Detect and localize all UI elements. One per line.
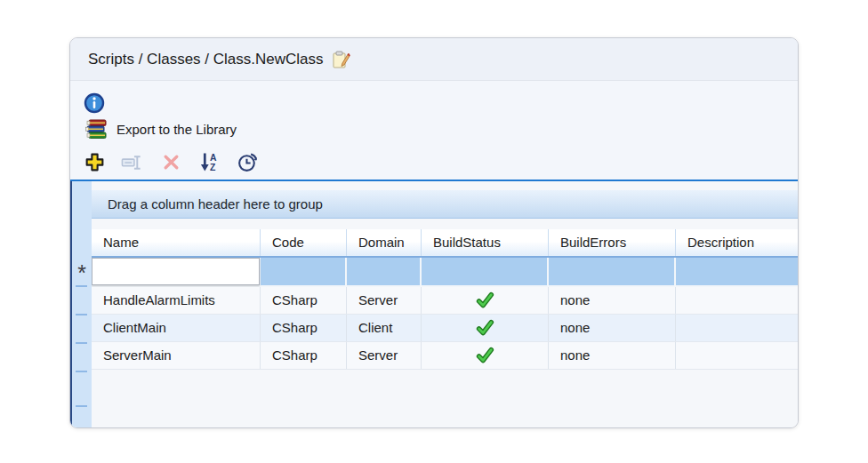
row-separator-dash <box>76 342 87 344</box>
column-header-builderrors[interactable]: BuildErrors <box>549 229 676 256</box>
delete-button[interactable] <box>159 150 182 173</box>
column-header-name[interactable]: Name <box>92 229 261 256</box>
cell-build-errors: none <box>549 342 676 369</box>
grid-empty-area <box>92 370 798 427</box>
info-icon <box>84 92 798 114</box>
svg-text:A: A <box>210 152 217 162</box>
rename-button[interactable] <box>121 150 144 173</box>
table-row[interactable]: HandleAlarmLimits CSharp Server none <box>92 287 798 315</box>
grid-main: Drag a column header here to group Name … <box>92 181 798 427</box>
new-row-marker: * <box>72 259 92 284</box>
new-row-cell[interactable] <box>347 258 422 285</box>
success-check-icon <box>475 291 494 310</box>
success-check-icon <box>475 346 494 365</box>
cell-name: ServerMain <box>92 342 261 369</box>
cell-description <box>676 315 798 341</box>
new-row <box>92 258 798 287</box>
row-separator-dash <box>76 371 87 372</box>
cell-name: ClientMain <box>92 315 261 341</box>
sort-button[interactable]: A Z <box>197 150 221 173</box>
history-clock-icon <box>237 151 259 173</box>
delete-x-icon <box>162 153 181 172</box>
cell-domain: Server <box>347 287 422 314</box>
svg-text:Z: Z <box>210 163 216 172</box>
new-row-name-input[interactable] <box>92 258 260 285</box>
table-row[interactable]: ClientMain CSharp Client none <box>92 315 798 342</box>
new-row-cell[interactable] <box>422 258 549 285</box>
row-separator-dash <box>76 314 87 315</box>
row-header-strip: * <box>72 181 92 427</box>
new-row-name-cell <box>92 258 261 285</box>
cell-code: CSharp <box>261 342 347 369</box>
cell-build-errors: none <box>549 315 676 341</box>
cell-code: CSharp <box>261 287 347 314</box>
cell-build-status <box>422 315 549 341</box>
row-separator-dash <box>76 285 87 287</box>
export-button[interactable]: Export to the Library <box>70 114 798 140</box>
breadcrumb[interactable]: Scripts / Classes / Class.NewClass <box>88 51 324 68</box>
success-check-icon <box>475 318 494 338</box>
cell-domain: Server <box>347 342 422 369</box>
sort-az-icon: A Z <box>198 151 221 173</box>
library-books-icon <box>84 119 108 140</box>
cell-description <box>676 287 798 314</box>
row-separator-dash <box>76 405 87 407</box>
add-plus-icon <box>84 151 106 173</box>
group-by-panel[interactable]: Drag a column header here to group <box>92 190 798 219</box>
add-button[interactable] <box>83 150 106 173</box>
new-row-cell[interactable] <box>261 258 347 285</box>
cell-build-status <box>422 342 549 369</box>
column-header-domain[interactable]: Domain <box>347 229 422 256</box>
rename-icon <box>121 153 144 172</box>
history-button[interactable] <box>236 150 259 173</box>
new-row-cell[interactable] <box>676 258 798 285</box>
cell-code: CSharp <box>261 315 347 341</box>
cell-build-status <box>422 287 549 314</box>
toolbar: A Z <box>70 140 798 180</box>
table-row[interactable]: ServerMain CSharp Server none <box>92 342 798 370</box>
editor-panel: Scripts / Classes / Class.NewClass <box>69 37 799 428</box>
panel-body: Export to the Library <box>70 81 798 427</box>
scripts-grid: * Drag a column header here to group Nam… <box>70 181 798 427</box>
cell-description <box>676 342 798 369</box>
note-edit-icon <box>331 50 350 69</box>
export-label: Export to the Library <box>117 122 237 137</box>
cell-name: HandleAlarmLimits <box>92 287 261 314</box>
panel-header: Scripts / Classes / Class.NewClass <box>70 38 798 81</box>
cell-build-errors: none <box>549 287 676 314</box>
column-header-code[interactable]: Code <box>261 229 347 256</box>
column-header-row: Name Code Domain BuildStatus BuildErrors… <box>92 229 798 258</box>
new-row-cell[interactable] <box>549 258 676 285</box>
cell-domain: Client <box>347 315 422 341</box>
column-header-description[interactable]: Description <box>676 229 798 256</box>
column-header-buildstatus[interactable]: BuildStatus <box>422 229 549 256</box>
